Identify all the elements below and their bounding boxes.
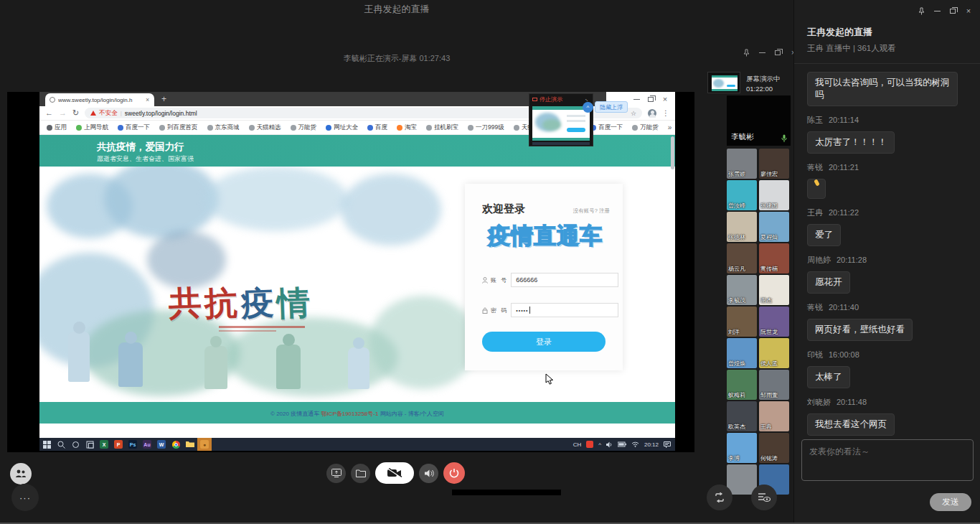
participant-name: 谢杰 bbox=[760, 296, 772, 304]
restore-button[interactable] bbox=[947, 6, 958, 16]
message-time: 20:11:40 bbox=[829, 303, 859, 312]
input-method-icon bbox=[586, 441, 593, 448]
security-label: 不安全 bbox=[99, 109, 118, 118]
tray-language: CH bbox=[573, 441, 582, 448]
preview-status: 屏幕演示中 01:22:00 bbox=[746, 74, 781, 94]
participant-tile[interactable]: 王冉 bbox=[759, 401, 789, 431]
tray-caret-icon: ^ bbox=[598, 441, 601, 448]
share-screen-button[interactable] bbox=[326, 464, 346, 483]
sender-name: 王冉 bbox=[807, 208, 823, 217]
camera-off-icon bbox=[387, 468, 402, 478]
recorder-icon: ● bbox=[197, 438, 212, 451]
participant-name: 李博 bbox=[728, 454, 740, 462]
participant-tile[interactable]: 侯人孟 bbox=[759, 338, 789, 368]
sender-name: 刘晓娇 bbox=[807, 398, 831, 406]
chat-message-list: 我可以去咨询吗，可以当我的树洞吗 陈玉20:11:14 太厉害了！！！！ 蒋锐2… bbox=[807, 72, 971, 436]
powerpoint-icon: P bbox=[111, 438, 126, 451]
participant-tile[interactable]: 何铭涛 bbox=[759, 433, 789, 463]
presenting-status: 李毓彬正在演示-屏幕 01:27:43 bbox=[0, 53, 793, 64]
bookmark-item: 挂机刷宝 bbox=[426, 123, 458, 132]
list-eye-icon bbox=[758, 492, 771, 502]
volume-icon bbox=[606, 441, 613, 448]
bookmark-item: 网址大全 bbox=[326, 123, 358, 132]
bookmark-item: 百度一下 bbox=[590, 123, 623, 132]
chat-input[interactable] bbox=[801, 439, 974, 481]
layout-switch-button[interactable] bbox=[707, 485, 732, 510]
live-stream-window: { "app": { "top_title": "王冉发起的直播", "pres… bbox=[0, 0, 980, 524]
participant-tile[interactable]: 曾汝峰 bbox=[727, 180, 757, 210]
stream-toolbar bbox=[326, 462, 465, 484]
participant-tile[interactable]: 谢杰 bbox=[759, 275, 789, 305]
participant-name: 侯人孟 bbox=[760, 360, 778, 368]
art-tagline-strokes bbox=[219, 326, 305, 328]
participants-button[interactable] bbox=[10, 463, 32, 485]
stage-black-bar bbox=[452, 490, 561, 495]
bookmark-item: 到百度首页 bbox=[159, 123, 198, 132]
windows-taskbar: X P Ps Au W ● CH ^ 20:12 bbox=[39, 438, 675, 451]
participant-tile[interactable]: 阮世龙 bbox=[759, 307, 789, 337]
participant-tile[interactable]: 刘洋 bbox=[727, 307, 757, 337]
participant-name: 张雪娇 bbox=[728, 170, 745, 178]
new-tab-icon: + bbox=[161, 94, 166, 104]
chat-window-controls: × bbox=[915, 6, 974, 16]
message-time: 20:11:22 bbox=[829, 208, 859, 217]
bookmark-favicon bbox=[159, 125, 165, 131]
login-card: 欢迎登录 没有账号? 注册 疫情直通车 账 号 666666 密 码 •••••… bbox=[465, 184, 623, 370]
screen-share-preview[interactable] bbox=[707, 72, 740, 93]
tab-title: www.sweetly.top/login/login.h bbox=[58, 97, 143, 103]
bookmark-favicon bbox=[397, 125, 402, 131]
bookmark-item: 一刀999级 bbox=[468, 123, 504, 132]
participant-tile[interactable]: 蚁梅莉 bbox=[727, 370, 757, 400]
participant-tile[interactable]: 杨云凡 bbox=[727, 243, 757, 273]
browser-tab: www.sweetly.top/login/login.h × bbox=[45, 93, 154, 106]
more-options-button[interactable]: ··· bbox=[11, 484, 39, 511]
chat-message: 蒋锐20:11:21 bbox=[807, 162, 971, 199]
close-button[interactable]: × bbox=[963, 6, 974, 16]
register-link: 没有账号? 注册 bbox=[573, 207, 610, 215]
bookmark-item: 万能货 bbox=[632, 123, 659, 132]
mini-page-thumbnail bbox=[532, 106, 590, 141]
folder-button[interactable] bbox=[351, 464, 370, 483]
participant-tile[interactable]: 张德林 bbox=[727, 212, 757, 242]
speaker-button[interactable] bbox=[419, 464, 438, 483]
speaker-tile[interactable]: 李毓彬 bbox=[727, 95, 791, 146]
account-row: 账 号 666666 bbox=[482, 273, 618, 287]
participant-tile[interactable]: 张建国 bbox=[759, 180, 789, 210]
message-bubble: 爱了 bbox=[807, 224, 841, 246]
bookmarks-overflow-icon: » bbox=[668, 123, 672, 131]
participant-tile[interactable]: 李博 bbox=[727, 433, 757, 463]
bookmark-favicon bbox=[291, 125, 296, 131]
chat-message: 刘晓娇20:11:48 我想去看这个网页 bbox=[807, 397, 971, 436]
participant-tile[interactable]: 曾煌焕 bbox=[727, 338, 757, 368]
end-stream-button[interactable] bbox=[443, 462, 465, 484]
globe-favicon-icon bbox=[50, 97, 55, 103]
account-input: 666666 bbox=[511, 273, 618, 287]
task-view-icon bbox=[83, 438, 97, 451]
chat-message: 蒋锐20:11:40 网页好看，壁纸也好看 bbox=[807, 302, 971, 341]
reload-icon: ↻ bbox=[72, 109, 79, 117]
bookmark-item: 天猫精选 bbox=[249, 123, 281, 132]
participant-list-button[interactable] bbox=[751, 485, 777, 510]
participant-tile[interactable]: 张雪娇 bbox=[727, 149, 757, 179]
send-button[interactable]: 发送 bbox=[930, 493, 971, 511]
pin-icon[interactable] bbox=[915, 6, 927, 16]
participant-tile[interactable]: 欧英杰 bbox=[727, 401, 757, 431]
participant-tile[interactable]: 黄传楠 bbox=[759, 243, 789, 273]
wifi-icon bbox=[631, 441, 639, 447]
shared-desktop: www.sweetly.top/login/login.h × + × ← → … bbox=[39, 92, 675, 452]
bookmark-item: 上网导航 bbox=[76, 123, 108, 132]
participant-tile[interactable]: 夏程灿 bbox=[759, 212, 789, 242]
minimize-button[interactable] bbox=[931, 6, 943, 16]
browser-menu-icon: ⋮ bbox=[662, 109, 669, 117]
camera-off-button[interactable] bbox=[375, 462, 414, 484]
lock-icon bbox=[482, 307, 488, 314]
banner-subtitle: 愿逝者安息、生者奋进、国家富强 bbox=[97, 154, 194, 164]
participant-name: 张德林 bbox=[728, 233, 745, 241]
participant-tile[interactable]: 李毓茂 bbox=[727, 275, 757, 305]
participant-tile[interactable]: 邹雨萱 bbox=[759, 370, 789, 400]
omnibox-separator: | bbox=[121, 110, 122, 116]
participant-name: 何铭涛 bbox=[760, 454, 778, 462]
participant-tile[interactable]: 廖佳宏 bbox=[759, 149, 789, 179]
art-calligraphy: 共 抗 疫 情 bbox=[169, 281, 310, 326]
stop-presenting-icon bbox=[532, 98, 537, 101]
